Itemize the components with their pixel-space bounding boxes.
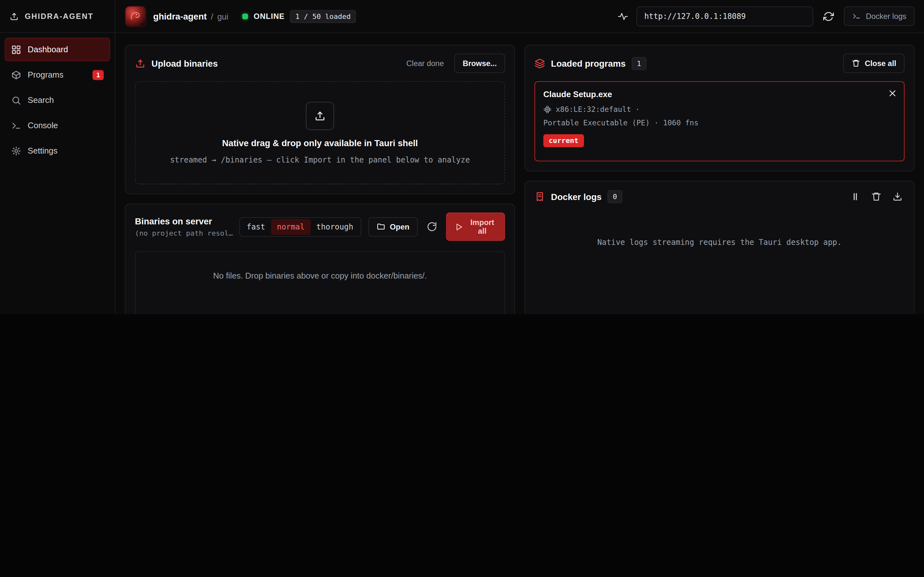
upload-dropzone[interactable]: Native drag & drop only available in Tau… [135, 81, 505, 184]
online-status-label: ONLINE [254, 12, 285, 21]
loaded-count-chip: 1 / 50 loaded [290, 10, 356, 23]
sidebar-item-console[interactable]: Console [5, 113, 110, 137]
scroll-logs-icon [535, 191, 545, 202]
topbar: ghidra-agent / gui ONLINE 1 / 50 loaded [115, 0, 924, 33]
right-column: Loaded programs 1 Close all Claude Setup… [525, 45, 915, 314]
loaded-programs-title: Loaded programs [551, 58, 626, 68]
close-all-button-label: Close all [865, 59, 896, 68]
sidebar-item-search[interactable]: Search [5, 89, 110, 112]
binaries-on-server-card: Binaries on server (no project path reso… [125, 204, 515, 314]
layers-icon [535, 58, 545, 69]
sidebar-item-settings[interactable]: Settings [5, 139, 110, 162]
clear-done-button[interactable]: Clear done [403, 56, 447, 70]
endpoint-url-input[interactable] [636, 6, 813, 26]
docker-logs-button-label: Docker logs [866, 12, 906, 21]
title-separator: / [211, 12, 213, 21]
pause-icon [850, 191, 861, 202]
gear-icon [11, 146, 21, 156]
clear-logs-button[interactable] [869, 189, 883, 203]
play-icon [454, 222, 463, 231]
activity-pulse-icon [618, 11, 628, 21]
online-status-dot [242, 13, 248, 19]
browse-button[interactable]: Browse... [454, 53, 505, 73]
binaries-empty-state: No files. Drop binaries above or copy in… [135, 251, 505, 314]
loaded-programs-count-chip: 1 [632, 57, 646, 69]
programs-count-badge: 1 [93, 70, 103, 80]
dropzone-title: Native drag & drop only available in Tau… [222, 137, 418, 147]
sidebar: GHIDRA-AGENT Dashboard Programs 1 Search… [0, 0, 115, 314]
program-arch-dot: · [635, 105, 640, 114]
mode-thorough-button[interactable]: thorough [310, 219, 359, 235]
loaded-program-item[interactable]: Claude Setup.exe x86:LE:32:default · Por… [535, 81, 905, 161]
left-column: Upload binaries Clear done Browse... Nat… [125, 45, 515, 314]
refresh-icon [824, 11, 834, 21]
loaded-programs-header: Loaded programs 1 Close all [525, 45, 914, 81]
upload-card-title: Upload binaries [152, 58, 218, 68]
sidebar-item-label: Programs [27, 70, 63, 79]
topbar-right: Docker logs [618, 6, 915, 26]
package-icon [11, 70, 21, 80]
sidebar-item-label: Search [27, 95, 53, 105]
upload-tray-icon [314, 110, 326, 122]
sidebar-nav: Dashboard Programs 1 Search Console Sett… [0, 33, 115, 314]
sidebar-item-programs[interactable]: Programs 1 [5, 63, 110, 87]
mode-normal-button[interactable]: normal [271, 219, 310, 235]
sidebar-item-label: Dashboard [27, 45, 68, 54]
cpu-icon [543, 105, 551, 113]
status-group: ONLINE 1 / 50 loaded [242, 10, 356, 23]
program-name: Claude Setup.exe [543, 89, 895, 99]
refresh-button[interactable] [822, 9, 836, 23]
dropzone-icon-box [306, 102, 334, 130]
dragon-logo-icon [128, 9, 144, 24]
pause-logs-button[interactable] [848, 189, 862, 203]
binaries-card-subtitle: (no project path resolv… [135, 229, 233, 237]
app-logo-avatar [125, 5, 146, 27]
program-details-row: Portable Executable (PE) · 1060 fns [543, 118, 895, 127]
download-logs-button[interactable] [890, 189, 905, 203]
open-folder-button[interactable]: Open [368, 217, 418, 237]
refresh-binaries-button[interactable] [425, 219, 439, 234]
import-all-button[interactable]: Import all [446, 213, 505, 241]
dashboard-content: Upload binaries Clear done Browse... Nat… [115, 33, 924, 314]
main-area: ghidra-agent / gui ONLINE 1 / 50 loaded [115, 0, 924, 314]
download-icon [892, 191, 903, 202]
folder-icon [376, 222, 385, 231]
binaries-card-heading: Binaries on server (no project path reso… [135, 216, 233, 237]
mode-fast-button[interactable]: fast [241, 219, 271, 235]
loaded-programs-actions: Close all [843, 53, 905, 73]
analysis-mode-segmented-control: fast normal thorough [239, 217, 361, 237]
upload-binaries-card: Upload binaries Clear done Browse... Nat… [125, 45, 515, 195]
sidebar-item-dashboard[interactable]: Dashboard [5, 38, 110, 61]
close-all-button[interactable]: Close all [843, 53, 905, 73]
docker-logs-title: Docker logs [551, 192, 602, 201]
program-arch: x86:LE:32:default [556, 105, 631, 114]
program-arch-row: x86:LE:32:default · [543, 105, 895, 114]
upload-card-header: Upload binaries Clear done Browse... [126, 45, 514, 81]
page-title: ghidra-agent / gui [153, 11, 228, 21]
binaries-card-header: Binaries on server (no project path reso… [126, 204, 514, 249]
trash-icon [871, 191, 882, 202]
brand-label: GHIDRA-AGENT [25, 12, 94, 21]
terminal-prompt-icon [853, 12, 861, 21]
app-title: ghidra-agent [153, 11, 207, 21]
upload-brand-icon [9, 11, 19, 21]
open-button-label: Open [390, 222, 409, 231]
docker-logs-card: Docker logs 0 [525, 181, 915, 314]
sidebar-item-label: Settings [27, 146, 57, 155]
brand: GHIDRA-AGENT [0, 0, 115, 33]
trash-icon [851, 59, 860, 68]
sidebar-item-label: Console [27, 121, 58, 130]
dashboard-grid-icon [11, 45, 21, 55]
close-program-button[interactable] [887, 88, 898, 99]
import-all-button-label: Import all [468, 218, 497, 235]
docker-logs-count-chip: 0 [607, 190, 622, 203]
refresh-icon [426, 221, 437, 232]
loaded-programs-card: Loaded programs 1 Close all Claude Setup… [525, 45, 915, 171]
app-subtitle: gui [217, 12, 228, 21]
program-details: Portable Executable (PE) · 1060 fns [543, 118, 698, 127]
upload-card-actions: Clear done Browse... [403, 53, 505, 73]
dropzone-hint: streamed → /binaries — click Import in t… [170, 155, 470, 164]
docker-logs-button[interactable]: Docker logs [844, 6, 915, 26]
docker-logs-empty-state: Native logs streaming requires the Tauri… [525, 212, 914, 314]
app-window: GHIDRA-AGENT Dashboard Programs 1 Search… [0, 0, 924, 314]
